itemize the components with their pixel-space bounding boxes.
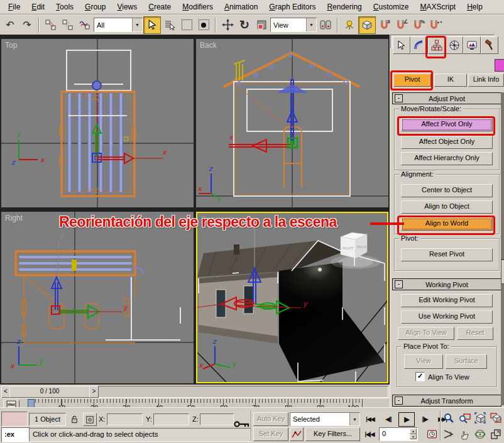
- select-and-manipulate-button[interactable]: [341, 17, 358, 33]
- snaps-toggle-3d-button[interactable]: 3: [376, 17, 393, 33]
- absolute-mode-toggle[interactable]: [83, 413, 97, 426]
- menu-tools[interactable]: Tools: [50, 1, 79, 13]
- unlink-selection-icon[interactable]: [60, 17, 76, 33]
- collapse-icon[interactable]: -: [395, 94, 403, 102]
- affect-object-only-button[interactable]: Affect Object Only: [401, 136, 493, 149]
- object-color-swatch[interactable]: [495, 59, 504, 72]
- menu-group[interactable]: Group: [79, 1, 111, 13]
- menu-views[interactable]: Views: [111, 1, 143, 13]
- rectangular-selection-region-button[interactable]: [178, 17, 195, 33]
- tab-modify[interactable]: [410, 36, 428, 54]
- zoom-extents-all-button[interactable]: [488, 410, 503, 425]
- selection-lock-toggle[interactable]: [67, 412, 82, 427]
- new-key-curve-icon[interactable]: [290, 427, 304, 441]
- dropdown-arrow-icon[interactable]: ▼: [132, 18, 142, 31]
- current-frame-field[interactable]: 0 ▲▼: [379, 427, 418, 441]
- key-filters-button[interactable]: Key Filters...: [305, 427, 360, 441]
- panel-scrollbar-handle[interactable]: [501, 259, 504, 284]
- panel-scrollbar[interactable]: [501, 92, 504, 405]
- menu-customize[interactable]: Customize: [368, 1, 415, 13]
- place-surface-button[interactable]: Surface: [446, 354, 487, 369]
- maxscript-mini-listener[interactable]: :ex: [1, 427, 30, 442]
- frame-spinner[interactable]: ▲▼: [410, 429, 417, 439]
- z-coord-field[interactable]: [200, 413, 234, 425]
- menu-animation[interactable]: Animation: [219, 1, 263, 13]
- affect-hierarchy-only-button[interactable]: Affect Hierarchy Only: [401, 152, 493, 165]
- snaps-toggle-button[interactable]: [358, 16, 376, 34]
- spinner-snap-toggle[interactable]: ▲▼: [427, 17, 444, 33]
- align-to-object-button[interactable]: Align to Object: [401, 200, 493, 214]
- use-pivot-point-center-button[interactable]: [317, 17, 334, 33]
- bind-to-space-warp-icon[interactable]: [77, 17, 93, 33]
- menu-edit[interactable]: Edit: [26, 1, 50, 13]
- key-mode-toggle[interactable]: |◀|◀: [363, 427, 376, 440]
- select-object-button[interactable]: [143, 16, 161, 34]
- time-slider-handle[interactable]: 0 / 100: [9, 386, 90, 398]
- y-coord-field[interactable]: [153, 413, 189, 425]
- adjust-pivot-rollout-header[interactable]: - Adjust Pivot: [392, 92, 501, 104]
- undo-icon[interactable]: ↶: [2, 17, 18, 33]
- tab-hierarchy[interactable]: [428, 36, 446, 54]
- viewport-back[interactable]: Back x z x y: [196, 39, 388, 207]
- select-and-scale-button[interactable]: [253, 17, 270, 33]
- menu-rendering[interactable]: Rendering: [321, 1, 367, 13]
- next-frame-button[interactable]: ||▶: [417, 412, 432, 425]
- working-pivot-rollout-header[interactable]: - Working Pivot: [392, 278, 501, 290]
- tab-display[interactable]: [463, 36, 481, 54]
- reset-working-pivot-button[interactable]: Reset: [457, 327, 493, 340]
- zoom-all-button[interactable]: [457, 410, 472, 425]
- menu-file[interactable]: File: [3, 1, 26, 13]
- auto-key-button[interactable]: Auto Key: [253, 412, 288, 426]
- reference-coordinate-dropdown[interactable]: View ▼: [270, 18, 317, 32]
- zoom-button[interactable]: [441, 410, 456, 425]
- x-coord-field[interactable]: [107, 413, 143, 425]
- go-to-start-button[interactable]: |◀◀: [363, 412, 378, 425]
- menu-modifiers[interactable]: Modifiers: [177, 1, 219, 13]
- ik-tab-button[interactable]: IK: [434, 74, 467, 87]
- align-to-view-button[interactable]: Align To View: [398, 327, 454, 340]
- key-filter-set-dropdown[interactable]: Selected ▼: [290, 412, 360, 426]
- pan-button[interactable]: [457, 427, 472, 442]
- top-viewport-canvas[interactable]: x y x z: [1, 39, 194, 207]
- field-of-view-button[interactable]: [441, 427, 456, 442]
- pivot-tab-button[interactable]: Pivot: [393, 74, 431, 87]
- adjust-transform-rollout-header[interactable]: - Adjust Transform: [392, 395, 501, 407]
- zoom-extents-button[interactable]: [473, 410, 488, 425]
- menu-help[interactable]: Help: [461, 1, 488, 13]
- tab-motion[interactable]: [446, 36, 463, 54]
- edit-working-pivot-button[interactable]: Edit Working Pivot: [401, 294, 493, 307]
- align-to-world-button[interactable]: Align to World: [401, 217, 493, 231]
- right-viewport-canvas[interactable]: z y z x y: [1, 212, 194, 383]
- link-info-tab-button[interactable]: Link Info: [468, 74, 504, 87]
- select-and-link-icon[interactable]: [43, 17, 59, 33]
- set-key-button[interactable]: Set Key: [253, 427, 288, 441]
- menu-graph-editors[interactable]: Graph Editors: [263, 1, 321, 13]
- select-by-name-button[interactable]: [162, 17, 178, 33]
- tab-utilities[interactable]: [481, 36, 498, 54]
- perspective-viewport-canvas[interactable]: y RIGHT BACK z x y: [197, 213, 387, 382]
- previous-frame-button[interactable]: ◀||: [381, 412, 396, 425]
- viewport-right[interactable]: Right z y: [1, 212, 194, 383]
- dropdown-arrow-icon[interactable]: ▼: [306, 18, 316, 31]
- min-max-toggle-button[interactable]: [488, 427, 503, 442]
- back-viewport-canvas[interactable]: x z x y: [196, 39, 388, 207]
- time-configuration-button[interactable]: [425, 427, 439, 440]
- time-slider-next-button[interactable]: >: [89, 386, 99, 398]
- select-and-move-button[interactable]: [219, 17, 236, 33]
- select-and-rotate-button[interactable]: ↻: [236, 17, 253, 33]
- use-working-pivot-button[interactable]: Use Working Pivot: [401, 310, 493, 324]
- selection-filter-dropdown[interactable]: All ▼: [94, 18, 143, 32]
- dropdown-arrow-icon[interactable]: ▼: [349, 413, 359, 425]
- tab-create[interactable]: [393, 36, 410, 54]
- menu-maxscript[interactable]: MAXScript: [415, 1, 462, 13]
- angle-snap-toggle[interactable]: ∠: [393, 17, 410, 33]
- collapse-icon[interactable]: -: [395, 280, 403, 288]
- viewport-perspective[interactable]: Perspective: [196, 212, 388, 383]
- center-to-object-button[interactable]: Center to Object: [401, 184, 493, 197]
- align-to-view-checkbox[interactable]: ✓: [415, 372, 425, 381]
- place-view-button[interactable]: View: [404, 354, 443, 369]
- arc-rotate-button[interactable]: [473, 427, 488, 442]
- affect-pivot-only-button[interactable]: Affect Pivot Only: [401, 118, 493, 131]
- menu-create[interactable]: Create: [143, 1, 177, 13]
- time-slider-prev-button[interactable]: <: [1, 386, 10, 398]
